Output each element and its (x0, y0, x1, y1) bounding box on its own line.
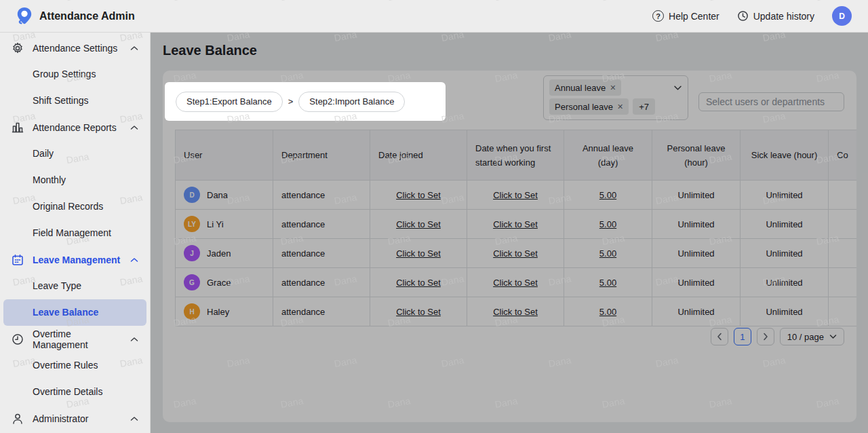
chevron-up-icon[interactable] (130, 257, 138, 263)
chevron-up-icon[interactable] (130, 337, 138, 342)
header-actions: ? Help Center Update history D (652, 6, 852, 26)
sidebar-section-label: Attendance Reports (33, 122, 117, 133)
question-circle-icon: ? (652, 10, 664, 22)
chevron-up-icon[interactable] (130, 125, 138, 130)
sidebar-section-label: Attendance Settings (33, 43, 117, 54)
bar-chart-icon (12, 121, 24, 134)
chevron-up-icon[interactable] (130, 416, 138, 421)
sidebar-item-daily[interactable]: Daily (0, 140, 150, 167)
sidebar-section-attendance-settings[interactable]: Attendance Settings (0, 35, 150, 61)
gear-icon (12, 42, 24, 54)
sidebar-section-label: Leave Management (33, 255, 120, 265)
location-pin-logo-icon (16, 7, 33, 26)
clock-icon (12, 333, 24, 345)
sidebar-item-field-management[interactable]: Field Management (0, 220, 150, 246)
update-history-label: Update history (753, 11, 814, 22)
main-pane: Leave Balance Annual leave ✕ (151, 33, 868, 433)
app-title: Attendance Admin (39, 10, 135, 22)
tutorial-spotlight: Step1:Export Balance > Step2:Import Bala… (165, 82, 446, 121)
import-balance-button[interactable]: Step2:Import Balance (298, 92, 405, 112)
sidebar-item-original-records[interactable]: Original Records (0, 193, 150, 220)
app-header: Attendance Admin ? Help Center Update hi… (0, 0, 868, 33)
sidebar-item-overtime-details[interactable]: Overtime Details (0, 379, 150, 405)
sidebar-section-attendance-reports[interactable]: Attendance Reports (0, 114, 150, 140)
step-separator: > (288, 96, 294, 107)
sidebar-item-group-settings[interactable]: Group Settings (0, 61, 150, 88)
update-history-link[interactable]: Update history (737, 10, 814, 22)
sidebar-section-leave-management[interactable]: Leave Management (0, 246, 150, 273)
sidebar-section-label: Administrator (33, 413, 88, 424)
app-logo: Attendance Admin (16, 7, 135, 26)
sidebar-section-overtime-management[interactable]: Overtime Management (0, 326, 150, 352)
sidebar: Attendance Settings Group Settings Shift… (0, 33, 151, 433)
history-clock-icon (737, 10, 749, 22)
sidebar-item-leave-balance[interactable]: Leave Balance (3, 299, 146, 326)
sidebar-item-shift-settings[interactable]: Shift Settings (0, 88, 150, 114)
help-center-link[interactable]: ? Help Center (652, 10, 719, 22)
person-icon (12, 413, 24, 425)
app-root: Attendance Admin ? Help Center Update hi… (0, 0, 868, 433)
sidebar-item-leave-type[interactable]: Leave Type (0, 273, 150, 299)
sidebar-item-overtime-rules[interactable]: Overtime Rules (0, 352, 150, 379)
chevron-up-icon[interactable] (130, 45, 138, 51)
calendar-icon (12, 254, 24, 266)
sidebar-section-label: Overtime Management (33, 328, 121, 350)
sidebar-section-administrator[interactable]: Administrator (0, 405, 150, 432)
help-center-label: Help Center (669, 11, 719, 22)
user-avatar[interactable]: D (832, 6, 852, 26)
export-balance-button[interactable]: Step1:Export Balance (176, 92, 283, 112)
sidebar-item-monthly[interactable]: Monthly (0, 167, 150, 193)
